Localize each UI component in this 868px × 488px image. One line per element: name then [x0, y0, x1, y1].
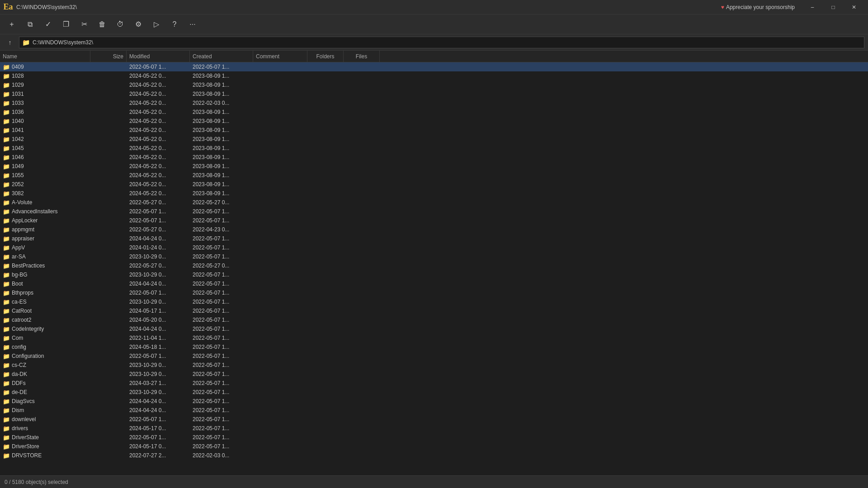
folder-icon: 📁: [3, 407, 10, 414]
table-row[interactable]: 📁 BestPractices 2022-05-27 0... 2022-05-…: [0, 261, 868, 270]
col-header-folders[interactable]: Folders: [307, 51, 344, 62]
table-row[interactable]: 📁 DRVSTORE 2022-07-27 2... 2022-02-03 0.…: [0, 451, 868, 460]
file-list[interactable]: 📁 0409 2022-05-07 1... 2022-05-07 1... 📁…: [0, 62, 868, 475]
table-row[interactable]: 📁 1029 2024-05-22 0... 2023-08-09 1...: [0, 80, 868, 89]
cell-comment: [253, 333, 307, 343]
cell-created: 2023-08-09 1...: [190, 189, 253, 198]
cell-comment: [253, 370, 307, 379]
cell-comment: [253, 352, 307, 361]
table-row[interactable]: 📁 DriverState 2022-05-07 1... 2022-05-07…: [0, 433, 868, 442]
table-row[interactable]: 📁 Boot 2024-04-24 0... 2022-05-07 1...: [0, 279, 868, 288]
table-row[interactable]: 📁 1031 2024-05-22 0... 2023-08-09 1...: [0, 89, 868, 99]
table-row[interactable]: 📁 2052 2024-05-22 0... 2023-08-09 1...: [0, 180, 868, 189]
history-button[interactable]: ⏱: [112, 16, 128, 33]
cell-files: [344, 315, 380, 324]
cell-folders: [307, 162, 344, 171]
cell-comment: [253, 361, 307, 370]
cell-modified: 2022-07-27 2...: [127, 451, 190, 460]
table-row[interactable]: 📁 cs-CZ 2023-10-29 0... 2022-05-07 1...: [0, 361, 868, 370]
table-row[interactable]: 📁 Com 2022-11-04 1... 2022-05-07 1...: [0, 333, 868, 343]
table-row[interactable]: 📁 CatRoot 2024-05-17 1... 2022-05-07 1..…: [0, 306, 868, 315]
table-row[interactable]: 📁 1033 2024-05-22 0... 2022-02-03 0...: [0, 99, 868, 108]
table-row[interactable]: 📁 ar-SA 2023-10-29 0... 2022-05-07 1...: [0, 252, 868, 261]
cut-button[interactable]: ✂: [76, 16, 92, 33]
table-row[interactable]: 📁 downlevel 2022-05-07 1... 2022-05-07 1…: [0, 415, 868, 424]
copy-button[interactable]: ⧉: [22, 16, 38, 33]
table-row[interactable]: 📁 AdvancedInstallers 2022-05-07 1... 202…: [0, 207, 868, 216]
add-button[interactable]: +: [4, 16, 20, 33]
cell-files: [344, 343, 380, 352]
cell-size: [90, 71, 127, 80]
nav-up-button[interactable]: ↑: [4, 36, 16, 49]
cell-modified: 2024-05-22 0...: [127, 189, 190, 198]
table-row[interactable]: 📁 DiagSvcs 2024-04-24 0... 2022-05-07 1.…: [0, 397, 868, 406]
folder-icon: 📁: [3, 253, 10, 260]
settings-button[interactable]: ⚙: [130, 16, 146, 33]
cell-files: [344, 243, 380, 252]
col-header-created[interactable]: Created: [190, 51, 253, 62]
table-row[interactable]: 📁 1041 2024-05-22 0... 2023-08-09 1...: [0, 126, 868, 135]
cell-name: 📁 DiagSvcs: [0, 397, 90, 406]
cell-size: [90, 379, 127, 388]
table-row[interactable]: 📁 1036 2024-05-22 0... 2023-08-09 1...: [0, 108, 868, 117]
cell-files: [344, 144, 380, 153]
table-row[interactable]: 📁 AppV 2024-01-24 0... 2022-05-07 1...: [0, 243, 868, 252]
table-row[interactable]: 📁 catroot2 2024-05-20 0... 2022-05-07 1.…: [0, 315, 868, 324]
table-row[interactable]: 📁 1049 2024-05-22 0... 2023-08-09 1...: [0, 162, 868, 171]
cell-comment: [253, 324, 307, 333]
col-header-modified[interactable]: Modified: [127, 51, 190, 62]
duplicate-button[interactable]: ❐: [58, 16, 74, 33]
table-row[interactable]: 📁 1042 2024-05-22 0... 2023-08-09 1...: [0, 135, 868, 144]
cell-name: 📁 1046: [0, 153, 90, 162]
table-row[interactable]: 📁 de-DE 2023-10-29 0... 2022-05-07 1...: [0, 388, 868, 397]
cell-files: [344, 433, 380, 442]
close-button[interactable]: ✕: [844, 0, 864, 14]
table-row[interactable]: 📁 drivers 2024-05-17 0... 2022-05-07 1..…: [0, 424, 868, 433]
table-row[interactable]: 📁 Configuration 2022-05-07 1... 2022-05-…: [0, 352, 868, 361]
cell-name: 📁 Boot: [0, 279, 90, 288]
table-row[interactable]: 📁 1028 2024-05-22 0... 2023-08-09 1...: [0, 71, 868, 80]
delete-button[interactable]: 🗑: [94, 16, 110, 33]
table-row[interactable]: 📁 appraiser 2024-04-24 0... 2022-05-07 1…: [0, 234, 868, 243]
table-row[interactable]: 📁 da-DK 2023-10-29 0... 2022-05-07 1...: [0, 370, 868, 379]
table-row[interactable]: 📁 0409 2022-05-07 1... 2022-05-07 1...: [0, 62, 868, 71]
col-header-name[interactable]: Name: [0, 51, 90, 62]
table-row[interactable]: 📁 appmgmt 2022-05-27 0... 2022-04-23 0..…: [0, 225, 868, 234]
table-row[interactable]: 📁 AppLocker 2022-05-07 1... 2022-05-07 1…: [0, 216, 868, 225]
check-button[interactable]: ✓: [40, 16, 56, 33]
table-row[interactable]: 📁 1046 2024-05-22 0... 2023-08-09 1...: [0, 153, 868, 162]
table-row[interactable]: 📁 Bthprops 2022-05-07 1... 2022-05-07 1.…: [0, 288, 868, 297]
cell-name: 📁 AdvancedInstallers: [0, 207, 90, 216]
table-row[interactable]: 📁 Dism 2024-04-24 0... 2022-05-07 1...: [0, 406, 868, 415]
folder-icon: 📁: [3, 281, 10, 287]
table-row[interactable]: 📁 1040 2024-05-22 0... 2023-08-09 1...: [0, 117, 868, 126]
cell-files: [344, 306, 380, 315]
cell-name: 📁 da-DK: [0, 370, 90, 379]
col-header-files[interactable]: Files: [344, 51, 380, 62]
table-row[interactable]: 📁 1045 2024-05-22 0... 2023-08-09 1...: [0, 144, 868, 153]
cell-modified: 2024-05-17 0...: [127, 424, 190, 433]
cell-files: [344, 135, 380, 144]
table-row[interactable]: 📁 CodeIntegrity 2024-04-24 0... 2022-05-…: [0, 324, 868, 333]
table-row[interactable]: 📁 config 2024-05-18 1... 2022-05-07 1...: [0, 343, 868, 352]
table-row[interactable]: 📁 DriverStore 2024-05-17 0... 2022-05-07…: [0, 442, 868, 451]
folder-icon: 📁: [3, 82, 10, 89]
path-box[interactable]: 📁 C:\WINDOWS\system32\: [19, 37, 864, 48]
col-header-comment[interactable]: Comment: [253, 51, 307, 62]
table-row[interactable]: 📁 ca-ES 2023-10-29 0... 2022-05-07 1...: [0, 297, 868, 306]
table-row[interactable]: 📁 A-Volute 2022-05-27 0... 2022-05-27 0.…: [0, 198, 868, 207]
help-button[interactable]: ?: [166, 16, 183, 33]
table-row[interactable]: 📁 1055 2024-05-22 0... 2023-08-09 1...: [0, 171, 868, 180]
play-button[interactable]: ▷: [148, 16, 165, 33]
cell-name: 📁 appmgmt: [0, 225, 90, 234]
cell-folders: [307, 126, 344, 135]
more-button[interactable]: ···: [184, 16, 201, 33]
minimize-button[interactable]: –: [802, 0, 823, 14]
table-row[interactable]: 📁 DDFs 2024-03-27 1... 2022-05-07 1...: [0, 379, 868, 388]
table-row[interactable]: 📁 3082 2024-05-22 0... 2023-08-09 1...: [0, 189, 868, 198]
col-header-size[interactable]: Size: [90, 51, 127, 62]
table-row[interactable]: 📁 bg-BG 2023-10-29 0... 2022-05-07 1...: [0, 270, 868, 279]
cell-created: 2022-05-07 1...: [190, 415, 253, 424]
cell-folders: [307, 315, 344, 324]
maximize-button[interactable]: □: [823, 0, 844, 14]
